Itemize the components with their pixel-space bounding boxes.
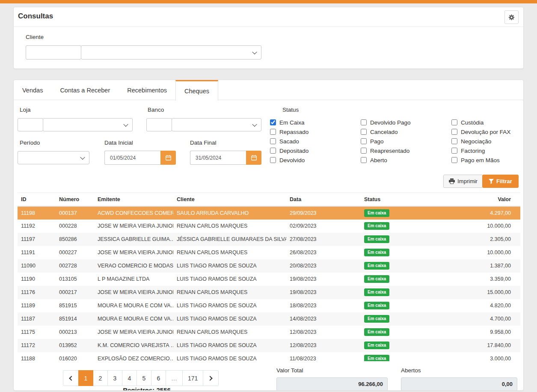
status-option-aberto[interactable]: Aberto — [361, 155, 451, 165]
cell-emitente: MOURA E MOURA E COM VA… — [94, 299, 173, 312]
cell-emitente: JOSE W MEIRA VIEIRA JUNIOR — [94, 246, 173, 259]
filtrar-button[interactable]: Filtrar — [482, 175, 519, 188]
table-row[interactable]: 11191000227JOSE W MEIRA VIEIRA JUNIORREN… — [18, 246, 520, 259]
table-row[interactable]: 11192000228JOSE W MEIRA VIEIRA JUNIORREN… — [18, 220, 520, 233]
status-checkbox-cancelado[interactable] — [361, 129, 367, 135]
cell-valor: 10.000,00 — [412, 220, 520, 233]
status-option-devolvido[interactable]: Devolvido — [270, 155, 361, 165]
data-inicial-input[interactable] — [104, 151, 160, 165]
table-row[interactable]: 11090002728VERAO COMERCIO E MODAS…LUIS T… — [18, 259, 520, 273]
next-page-button[interactable] — [203, 370, 219, 386]
table-row[interactable]: 11175000213JOSE W MEIRA VIEIRA JUNIORREN… — [18, 326, 520, 339]
loja-code-input[interactable] — [18, 118, 43, 131]
cell-status: Em caixa — [361, 286, 412, 299]
page-button-2[interactable]: 2 — [93, 370, 108, 386]
status-checkbox-repassado[interactable] — [270, 129, 276, 135]
banco-select[interactable] — [172, 118, 261, 131]
status-checkbox-reapresentado[interactable] — [361, 148, 367, 154]
status-option-repassado[interactable]: Repassado — [270, 127, 361, 137]
printer-icon — [449, 178, 455, 184]
status-checkbox-aberto[interactable] — [361, 157, 367, 163]
status-option-depositado[interactable]: Depositado — [270, 146, 361, 155]
page-button-4[interactable]: 4 — [122, 370, 137, 386]
table-row[interactable]: 11189851915MOURA E MOURA E COM VA…LUIS T… — [18, 299, 520, 312]
table-row[interactable]: 11190013105L P MAGAZINE LTDALUIS TIAGO R… — [18, 273, 520, 286]
banco-code-input[interactable] — [146, 118, 172, 131]
column-header-data: Data — [286, 193, 361, 206]
cell-cliente: LUIS TIAGO RAMOS DE SOUZA — [173, 352, 286, 362]
cell-emitente: VERAO COMERCIO E MODAS… — [94, 259, 173, 273]
cell-id: 11188 — [18, 352, 56, 362]
status-option-negociacao[interactable]: Negociação — [451, 137, 524, 146]
status-checkbox-factoring[interactable] — [451, 148, 457, 154]
cell-valor: 1.387,00 — [412, 259, 520, 273]
table-row[interactable]: 11172013952K.M. COMERCIO VAREJISTA …LUIS… — [18, 339, 520, 352]
tab-contas-a-receber[interactable]: Contas a Receber — [51, 80, 119, 100]
page-button-1[interactable]: 1 — [78, 370, 93, 386]
status-option-label: Devolvido Pago — [370, 119, 411, 126]
periodo-select[interactable] — [18, 151, 89, 164]
settings-button[interactable] — [504, 10, 519, 24]
status-checkbox-devolucao-por-fax[interactable] — [451, 129, 457, 135]
status-checkbox-custodia[interactable] — [451, 119, 457, 125]
status-checkbox-devolvido-pago[interactable] — [361, 119, 367, 125]
status-checkbox-pago[interactable] — [361, 138, 367, 144]
status-option-cancelado[interactable]: Cancelado — [361, 127, 451, 137]
cell-valor: 2.305,00 — [412, 233, 520, 246]
page-button-6[interactable]: 6 — [151, 370, 166, 386]
cell-data: 19/08/2023 — [286, 273, 361, 286]
cell-valor: 17.840,00 — [412, 339, 520, 352]
status-option-devolucao-por-fax[interactable]: Devolução por FAX — [451, 127, 524, 137]
status-badge: Em caixa — [364, 222, 389, 230]
status-badge: Em caixa — [364, 355, 389, 361]
status-checkbox-sacado[interactable] — [270, 138, 276, 144]
tab-cheques[interactable]: Cheques — [175, 80, 218, 101]
status-checkbox-em-caixa[interactable] — [270, 119, 276, 125]
status-option-label: Reapresentado — [370, 148, 409, 154]
status-checkbox-negociacao[interactable] — [451, 138, 457, 144]
imprimir-button[interactable]: Imprimir — [443, 175, 483, 188]
status-option-custodia[interactable]: Custódia — [451, 118, 524, 127]
status-option-devolvido-pago[interactable]: Devolvido Pago — [361, 118, 451, 127]
status-option-reapresentado[interactable]: Reapresentado — [361, 146, 451, 155]
table-row[interactable]: 11187851914MOURA E MOURA E COM VA…LUIS T… — [18, 312, 520, 326]
status-option-pago[interactable]: Pago — [361, 137, 451, 146]
status-option-sacado[interactable]: Sacado — [270, 137, 361, 146]
table-row[interactable]: 11197850286JESSICA GABRIELLE GUIMA…JÉSSI… — [18, 233, 520, 246]
page-button-171[interactable]: 171 — [182, 370, 203, 386]
table-row[interactable]: 11176000217JOSE W MEIRA VIEIRA JUNIORREN… — [18, 286, 520, 299]
cliente-code-input[interactable] — [26, 45, 81, 59]
page-ellipsis[interactable]: … — [166, 370, 183, 386]
page-button-5[interactable]: 5 — [136, 370, 151, 386]
data-final-calendar-button[interactable] — [246, 151, 261, 165]
page-button-3[interactable]: 3 — [107, 370, 122, 386]
data-final-input[interactable] — [190, 151, 246, 165]
periodo-select-control[interactable] — [18, 151, 89, 164]
cell-data: 12/08/2023 — [286, 326, 361, 339]
loja-select[interactable] — [43, 118, 133, 131]
cliente-label: Cliente — [26, 34, 44, 40]
cliente-select[interactable] — [81, 45, 261, 59]
loja-select-control[interactable] — [43, 119, 132, 131]
chevron-left-icon — [69, 376, 74, 380]
table-row[interactable]: 11188016020EXPLOSÃO DEZ COMERCIO…LUIS TI… — [18, 352, 520, 362]
tab-vendas[interactable]: Vendas — [14, 80, 51, 100]
tab-recebimentos[interactable]: Recebimentos — [119, 80, 175, 100]
data-inicial-calendar-button[interactable] — [160, 151, 176, 165]
prev-page-button[interactable] — [63, 370, 79, 386]
page-title: Consultas — [18, 12, 53, 21]
status-badge: Em caixa — [364, 302, 389, 309]
status-checkbox-devolvido[interactable] — [270, 157, 276, 163]
status-option-factoring[interactable]: Factoring — [451, 146, 524, 155]
banco-select-control[interactable] — [172, 119, 261, 131]
cell-status: Em caixa — [361, 352, 412, 362]
cell-data: 18/08/2023 — [286, 299, 361, 312]
status-option-pago-em-maos[interactable]: Pago em Mãos — [451, 155, 524, 165]
cliente-select-control[interactable] — [81, 46, 261, 59]
cell-cliente: RENAN CARLOS MARQUES — [173, 286, 286, 299]
status-checkbox-pago-em-maos[interactable] — [451, 157, 457, 163]
status-checkbox-depositado[interactable] — [270, 148, 276, 154]
status-option-em-caixa[interactable]: Em Caixa — [270, 118, 361, 127]
table-row[interactable]: 11198000137ACWD CONFECCOES COMER…SAULO A… — [18, 206, 520, 220]
cell-emitente: MOURA E MOURA E COM VA… — [94, 312, 173, 326]
